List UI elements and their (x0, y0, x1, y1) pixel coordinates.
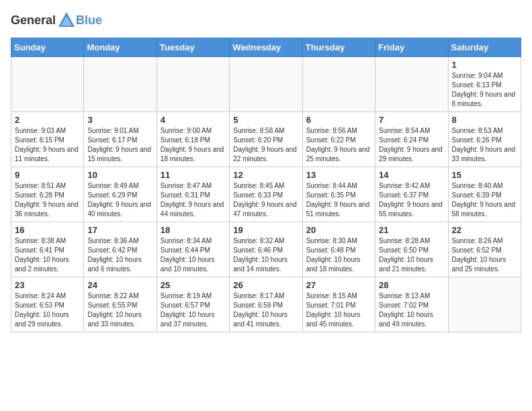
week-row-4: 16Sunrise: 8:38 AM Sunset: 6:41 PM Dayli… (11, 222, 521, 277)
day-info: Sunrise: 8:58 AM Sunset: 6:20 PM Dayligh… (233, 126, 298, 164)
week-row-2: 2Sunrise: 9:03 AM Sunset: 6:15 PM Daylig… (11, 112, 521, 167)
day-number: 22 (452, 225, 517, 235)
weekday-header-saturday: Saturday (448, 38, 521, 57)
day-number: 5 (233, 115, 298, 125)
day-number: 28 (379, 280, 444, 290)
calendar-cell: 10Sunrise: 8:49 AM Sunset: 6:29 PM Dayli… (84, 167, 157, 222)
calendar-cell: 16Sunrise: 8:38 AM Sunset: 6:41 PM Dayli… (11, 222, 84, 277)
day-number: 10 (87, 170, 152, 180)
calendar-cell: 17Sunrise: 8:36 AM Sunset: 6:42 PM Dayli… (84, 222, 157, 277)
day-info: Sunrise: 8:51 AM Sunset: 6:28 PM Dayligh… (15, 181, 80, 219)
weekday-header-friday: Friday (375, 38, 448, 57)
calendar-cell (157, 57, 229, 112)
day-info: Sunrise: 9:00 AM Sunset: 6:18 PM Dayligh… (161, 126, 226, 164)
calendar-cell: 21Sunrise: 8:28 AM Sunset: 6:50 PM Dayli… (375, 222, 448, 277)
day-info: Sunrise: 8:45 AM Sunset: 6:33 PM Dayligh… (233, 181, 298, 219)
calendar-cell (11, 57, 84, 112)
calendar-cell: 25Sunrise: 8:19 AM Sunset: 6:57 PM Dayli… (157, 277, 229, 332)
calendar-cell: 9Sunrise: 8:51 AM Sunset: 6:28 PM Daylig… (11, 167, 84, 222)
day-info: Sunrise: 8:49 AM Sunset: 6:29 PM Dayligh… (87, 181, 152, 219)
day-info: Sunrise: 8:53 AM Sunset: 6:26 PM Dayligh… (452, 126, 517, 164)
calendar: SundayMondayTuesdayWednesdayThursdayFrid… (11, 38, 521, 332)
day-info: Sunrise: 8:32 AM Sunset: 6:46 PM Dayligh… (233, 236, 298, 274)
day-info: Sunrise: 8:56 AM Sunset: 6:22 PM Dayligh… (306, 126, 371, 164)
day-info: Sunrise: 8:42 AM Sunset: 6:37 PM Dayligh… (379, 181, 444, 219)
day-info: Sunrise: 8:38 AM Sunset: 6:41 PM Dayligh… (15, 236, 80, 274)
day-number: 23 (15, 280, 80, 290)
day-info: Sunrise: 8:24 AM Sunset: 6:53 PM Dayligh… (15, 291, 80, 329)
day-info: Sunrise: 8:17 AM Sunset: 6:59 PM Dayligh… (233, 291, 298, 329)
calendar-cell: 2Sunrise: 9:03 AM Sunset: 6:15 PM Daylig… (11, 112, 84, 167)
calendar-cell: 6Sunrise: 8:56 AM Sunset: 6:22 PM Daylig… (302, 112, 375, 167)
calendar-cell: 22Sunrise: 8:26 AM Sunset: 6:52 PM Dayli… (448, 222, 521, 277)
logo-general: General (11, 13, 56, 28)
calendar-cell: 5Sunrise: 8:58 AM Sunset: 6:20 PM Daylig… (230, 112, 302, 167)
calendar-cell: 12Sunrise: 8:45 AM Sunset: 6:33 PM Dayli… (230, 167, 302, 222)
day-info: Sunrise: 9:01 AM Sunset: 6:17 PM Dayligh… (87, 126, 152, 164)
calendar-cell: 28Sunrise: 8:13 AM Sunset: 7:02 PM Dayli… (375, 277, 448, 332)
day-number: 7 (379, 115, 444, 125)
calendar-cell (302, 57, 375, 112)
day-info: Sunrise: 8:36 AM Sunset: 6:42 PM Dayligh… (87, 236, 152, 274)
calendar-cell: 24Sunrise: 8:22 AM Sunset: 6:55 PM Dayli… (84, 277, 157, 332)
weekday-header-monday: Monday (84, 38, 157, 57)
logo-icon (57, 11, 76, 30)
calendar-cell: 19Sunrise: 8:32 AM Sunset: 6:46 PM Dayli… (230, 222, 302, 277)
day-info: Sunrise: 8:30 AM Sunset: 6:48 PM Dayligh… (306, 236, 371, 274)
calendar-cell: 23Sunrise: 8:24 AM Sunset: 6:53 PM Dayli… (11, 277, 84, 332)
day-info: Sunrise: 8:47 AM Sunset: 6:31 PM Dayligh… (161, 181, 226, 219)
day-info: Sunrise: 8:34 AM Sunset: 6:44 PM Dayligh… (161, 236, 226, 274)
day-number: 27 (306, 280, 371, 290)
weekday-header-sunday: Sunday (11, 38, 84, 57)
calendar-cell: 8Sunrise: 8:53 AM Sunset: 6:26 PM Daylig… (448, 112, 521, 167)
weekday-header-wednesday: Wednesday (230, 38, 302, 57)
day-number: 17 (87, 225, 152, 235)
day-number: 18 (161, 225, 226, 235)
day-info: Sunrise: 8:26 AM Sunset: 6:52 PM Dayligh… (452, 236, 517, 274)
day-number: 9 (15, 170, 80, 180)
calendar-cell: 1Sunrise: 9:04 AM Sunset: 6:13 PM Daylig… (448, 57, 521, 112)
day-info: Sunrise: 9:04 AM Sunset: 6:13 PM Dayligh… (452, 71, 517, 109)
week-row-3: 9Sunrise: 8:51 AM Sunset: 6:28 PM Daylig… (11, 167, 521, 222)
day-number: 11 (161, 170, 226, 180)
day-info: Sunrise: 8:13 AM Sunset: 7:02 PM Dayligh… (379, 291, 444, 329)
calendar-cell: 14Sunrise: 8:42 AM Sunset: 6:37 PM Dayli… (375, 167, 448, 222)
weekday-header-row: SundayMondayTuesdayWednesdayThursdayFrid… (11, 38, 521, 57)
day-number: 6 (306, 115, 371, 125)
calendar-cell: 13Sunrise: 8:44 AM Sunset: 6:35 PM Dayli… (302, 167, 375, 222)
calendar-cell: 3Sunrise: 9:01 AM Sunset: 6:17 PM Daylig… (84, 112, 157, 167)
day-number: 19 (233, 225, 298, 235)
day-number: 25 (161, 280, 226, 290)
day-number: 2 (15, 115, 80, 125)
logo-blue: Blue (76, 13, 102, 28)
day-number: 1 (452, 60, 517, 70)
calendar-cell: 11Sunrise: 8:47 AM Sunset: 6:31 PM Dayli… (157, 167, 229, 222)
day-number: 12 (233, 170, 298, 180)
day-number: 26 (233, 280, 298, 290)
calendar-cell (230, 57, 302, 112)
day-number: 20 (306, 225, 371, 235)
calendar-cell (84, 57, 157, 112)
day-number: 24 (87, 280, 152, 290)
day-info: Sunrise: 8:28 AM Sunset: 6:50 PM Dayligh… (379, 236, 444, 274)
calendar-cell: 7Sunrise: 8:54 AM Sunset: 6:24 PM Daylig… (375, 112, 448, 167)
day-info: Sunrise: 8:19 AM Sunset: 6:57 PM Dayligh… (161, 291, 226, 329)
day-number: 21 (379, 225, 444, 235)
day-number: 15 (452, 170, 517, 180)
weekday-header-thursday: Thursday (302, 38, 375, 57)
calendar-cell: 4Sunrise: 9:00 AM Sunset: 6:18 PM Daylig… (157, 112, 229, 167)
week-row-5: 23Sunrise: 8:24 AM Sunset: 6:53 PM Dayli… (11, 277, 521, 332)
calendar-cell (375, 57, 448, 112)
calendar-cell: 15Sunrise: 8:40 AM Sunset: 6:39 PM Dayli… (448, 167, 521, 222)
weekday-header-tuesday: Tuesday (157, 38, 229, 57)
calendar-cell (448, 277, 521, 332)
day-info: Sunrise: 8:44 AM Sunset: 6:35 PM Dayligh… (306, 181, 371, 219)
header: General Blue (11, 11, 521, 30)
calendar-cell: 18Sunrise: 8:34 AM Sunset: 6:44 PM Dayli… (157, 222, 229, 277)
day-number: 13 (306, 170, 371, 180)
day-info: Sunrise: 8:40 AM Sunset: 6:39 PM Dayligh… (452, 181, 517, 219)
day-info: Sunrise: 8:22 AM Sunset: 6:55 PM Dayligh… (87, 291, 152, 329)
day-number: 8 (452, 115, 517, 125)
calendar-cell: 26Sunrise: 8:17 AM Sunset: 6:59 PM Dayli… (230, 277, 302, 332)
day-number: 4 (161, 115, 226, 125)
